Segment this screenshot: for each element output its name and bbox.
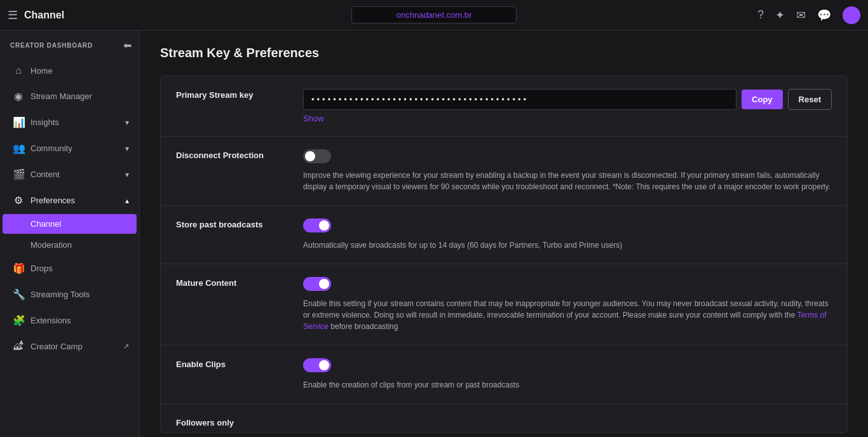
- stream-manager-icon: ◉: [13, 90, 24, 102]
- content-chevron: ▾: [125, 170, 129, 179]
- sidebar-item-creator-camp-label: Creator Camp: [31, 342, 83, 351]
- sidebar-subitem-moderation[interactable]: Moderation: [3, 235, 137, 255]
- followers-only-row: Followers only: [161, 404, 847, 433]
- primary-stream-key-label: Primary Stream key: [176, 89, 303, 100]
- disconnect-protection-toggle[interactable]: [303, 149, 331, 163]
- disconnect-protection-row: Disconnect Protection Improve the viewin…: [161, 137, 847, 206]
- enable-clips-description: Enable the creation of clips from your s…: [303, 379, 832, 391]
- mature-content-track: [303, 277, 331, 291]
- preferences-icon: ⚙: [13, 194, 24, 206]
- sidebar-item-stream-manager[interactable]: ◉ Stream Manager: [3, 84, 137, 109]
- community-chevron: ▾: [125, 144, 129, 153]
- sidebar-subitem-channel-label: Channel: [31, 219, 61, 229]
- enable-clips-thumb: [319, 360, 329, 370]
- sidebar-item-preferences[interactable]: ⚙ Preferences ▴: [3, 188, 137, 213]
- stream-key-input-row: Copy Reset: [303, 89, 832, 110]
- external-link-icon: ↗: [123, 342, 129, 351]
- disconnect-protection-label: Disconnect Protection: [176, 149, 303, 160]
- disconnect-protection-thumb: [305, 151, 315, 161]
- mature-content-control: Enable this setting if your stream conta…: [303, 277, 832, 332]
- enable-clips-row: Enable Clips Enable the creation of clip…: [161, 346, 847, 404]
- sidebar-item-home-label: Home: [31, 66, 53, 76]
- sidebar-item-creator-camp[interactable]: 🏕 Creator Camp ↗: [3, 334, 137, 358]
- primary-stream-key-row: Primary Stream key Copy Reset Show: [161, 76, 847, 137]
- store-past-broadcasts-description: Automatically save broadcasts for up to …: [303, 239, 832, 251]
- sidebar-item-streaming-tools-label: Streaming Tools: [31, 290, 90, 299]
- content-icon: 🎬: [13, 168, 24, 180]
- enable-clips-control: Enable the creation of clips from your s…: [303, 358, 832, 391]
- sidebar-item-extensions-label: Extensions: [31, 316, 71, 325]
- url-bar[interactable]: onchnadanet.com.br: [351, 6, 517, 24]
- disconnect-protection-description: Improve the viewing experience for your …: [303, 170, 832, 192]
- topbar-title: Channel: [24, 10, 64, 21]
- mature-content-desc-after: before broadcasting: [329, 322, 398, 331]
- store-past-broadcasts-thumb: [319, 220, 329, 231]
- creator-camp-icon: 🏕: [13, 340, 24, 352]
- store-past-broadcasts-control: Automatically save broadcasts for up to …: [303, 218, 832, 251]
- topbar: ☰ Channel onchnadanet.com.br ? ✦ ✉ 💬: [0, 0, 868, 30]
- stream-key-input[interactable]: [303, 89, 736, 110]
- streaming-tools-icon: 🔧: [13, 288, 24, 300]
- enable-clips-label: Enable Clips: [176, 358, 303, 369]
- sidebar-header-label: Creator Dashboard: [10, 42, 93, 49]
- mature-content-description: Enable this setting if your stream conta…: [303, 298, 832, 332]
- store-past-broadcasts-row: Store past broadcasts Automatically save…: [161, 206, 847, 264]
- sidebar: Creator Dashboard ⬅ ⌂ Home ◉ Stream Mana…: [0, 30, 140, 437]
- mature-content-row: Mature Content Enable this setting if yo…: [161, 264, 847, 346]
- enable-clips-toggle[interactable]: [303, 358, 331, 372]
- sidebar-item-preferences-label: Preferences: [31, 196, 75, 205]
- content-area: Stream Key & Preferences Primary Stream …: [140, 30, 868, 437]
- topbar-center: onchnadanet.com.br: [351, 6, 517, 24]
- star-icon[interactable]: ✦: [775, 8, 785, 22]
- sidebar-item-home[interactable]: ⌂ Home: [3, 58, 137, 83]
- mail-icon[interactable]: ✉: [796, 8, 806, 22]
- sidebar-item-content[interactable]: 🎬 Content ▾: [3, 162, 137, 187]
- topbar-right: ? ✦ ✉ 💬: [757, 6, 860, 24]
- mature-content-toggle[interactable]: [303, 277, 331, 291]
- primary-stream-key-control: Copy Reset Show: [303, 89, 832, 123]
- drops-icon: 🎁: [13, 262, 24, 274]
- insights-icon: 📊: [13, 116, 24, 128]
- sidebar-item-streaming-tools[interactable]: 🔧 Streaming Tools: [3, 282, 137, 307]
- disconnect-protection-toggle-group: [303, 149, 832, 163]
- sidebar-subitem-moderation-label: Moderation: [31, 240, 72, 250]
- sidebar-item-extensions[interactable]: 🧩 Extensions: [3, 308, 137, 333]
- extensions-icon: 🧩: [13, 314, 24, 326]
- sidebar-collapse-icon[interactable]: ⬅: [123, 39, 132, 51]
- preferences-chevron: ▴: [125, 196, 129, 205]
- avatar[interactable]: [843, 6, 860, 24]
- mature-content-thumb: [319, 279, 329, 289]
- reset-button[interactable]: Reset: [788, 89, 832, 110]
- topbar-left: ☰ Channel: [8, 10, 64, 21]
- sidebar-subitem-channel[interactable]: Channel: [3, 214, 137, 234]
- menu-icon[interactable]: ☰: [8, 10, 18, 21]
- sidebar-item-drops-label: Drops: [31, 264, 53, 273]
- sidebar-item-content-label: Content: [31, 170, 60, 179]
- chat-icon[interactable]: 💬: [817, 8, 831, 22]
- copy-button[interactable]: Copy: [742, 90, 783, 109]
- sidebar-item-community[interactable]: 👥 Community ▾: [3, 136, 137, 161]
- insights-chevron: ▾: [125, 118, 129, 127]
- mature-content-label: Mature Content: [176, 277, 303, 288]
- help-icon[interactable]: ?: [757, 8, 764, 22]
- page-title: Stream Key & Preferences: [160, 46, 848, 60]
- sidebar-header: Creator Dashboard ⬅: [0, 30, 139, 58]
- store-past-broadcasts-track: [303, 218, 331, 232]
- followers-only-label: Followers only: [176, 417, 303, 427]
- community-icon: 👥: [13, 142, 24, 154]
- sidebar-item-stream-manager-label: Stream Manager: [31, 91, 92, 101]
- sidebar-item-insights-label: Insights: [31, 118, 59, 127]
- settings-card: Primary Stream key Copy Reset Show Disco…: [160, 76, 848, 433]
- home-icon: ⌂: [13, 65, 24, 76]
- disconnect-protection-track: [303, 149, 331, 163]
- sidebar-item-insights[interactable]: 📊 Insights ▾: [3, 110, 137, 135]
- sidebar-item-drops[interactable]: 🎁 Drops: [3, 256, 137, 281]
- enable-clips-track: [303, 358, 331, 372]
- disconnect-protection-control: Improve the viewing experience for your …: [303, 149, 832, 192]
- main-layout: Creator Dashboard ⬅ ⌂ Home ◉ Stream Mana…: [0, 30, 868, 437]
- show-link[interactable]: Show: [303, 114, 324, 123]
- store-past-broadcasts-toggle[interactable]: [303, 218, 331, 232]
- mature-content-desc-before: Enable this setting if your stream conta…: [303, 299, 829, 319]
- sidebar-item-community-label: Community: [31, 144, 72, 153]
- store-past-broadcasts-label: Store past broadcasts: [176, 218, 303, 229]
